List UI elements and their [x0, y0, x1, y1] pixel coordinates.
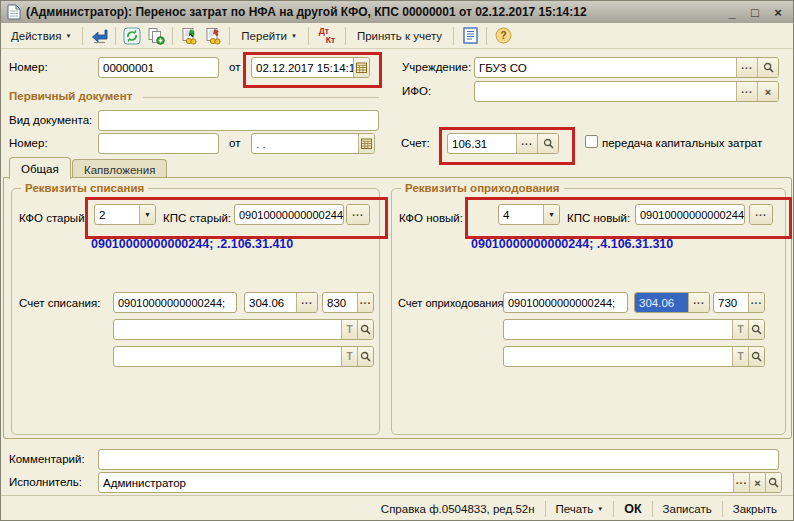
document-coins-red-icon[interactable]	[202, 26, 224, 46]
primary-date-field[interactable]: . .	[251, 133, 375, 154]
save-post-icon[interactable]	[88, 26, 110, 46]
goto-menu-button[interactable]: Перейти ▼	[235, 28, 303, 44]
toolbar-separator	[345, 27, 346, 45]
writeoff-kps-field[interactable]: 09010000000000244;	[113, 292, 237, 313]
choose-button[interactable]: ...	[736, 58, 757, 77]
bottom-button-bar: Справка ф.0504833, ред.52н Печать ▼ ОК З…	[1, 495, 793, 521]
kps-old-choose-button[interactable]: ...	[346, 204, 370, 225]
tab-kapvlozheniya[interactable]: Капвложения	[72, 159, 167, 179]
minimize-button[interactable]: _	[723, 5, 741, 20]
toolbar-separator	[115, 27, 116, 45]
number-field[interactable]: 00000001	[98, 57, 219, 78]
receipt-group-title: Реквизиты оприходования	[401, 182, 564, 194]
ellipsis-icon: ...	[347, 205, 369, 224]
primary-number-field[interactable]	[98, 133, 219, 154]
choose-button[interactable]: ...	[748, 293, 764, 312]
choose-button[interactable]: ...	[357, 293, 373, 312]
save-button[interactable]: Записать	[653, 503, 722, 515]
clear-button[interactable]: ×	[757, 82, 778, 101]
print-help-form-button[interactable]: Справка ф.0504833, ред.52н	[371, 503, 545, 515]
print-help-form-label: Справка ф.0504833, ред.52н	[381, 503, 535, 515]
account-label: Счет:	[401, 137, 430, 149]
toolbar-separator	[453, 27, 454, 45]
kps-new-field[interactable]: 09010000000000244;	[635, 204, 745, 225]
magnifier-icon[interactable]	[748, 320, 764, 339]
choose-button[interactable]: ...	[736, 82, 757, 101]
kfo-old-dropdown[interactable]: 2 ▼	[94, 204, 156, 225]
copy-document-icon[interactable]	[145, 26, 167, 46]
save-label: Записать	[663, 503, 712, 515]
receipt-kps-value: 09010000000000244;	[504, 293, 627, 312]
title-bar[interactable]: (Администратор): Перенос затрат по НФА н…	[1, 1, 793, 23]
t-icon: Т	[346, 351, 352, 362]
receipt-analytics-field-2[interactable]: Т	[503, 346, 765, 367]
kps-new-choose-button[interactable]: ...	[749, 204, 773, 225]
executor-label: Исполнитель:	[9, 476, 82, 488]
receipt-analytics-field-1[interactable]: Т	[503, 319, 765, 340]
executor-value: Администратор	[99, 473, 733, 492]
type-button[interactable]: Т	[341, 320, 357, 339]
account-field[interactable]: 106.31 ...	[447, 133, 559, 154]
doc-kind-label: Вид документа:	[9, 114, 92, 126]
help-icon[interactable]: ?	[492, 26, 514, 46]
close-form-button[interactable]: Закрыть	[723, 503, 787, 515]
tab-obshchaya[interactable]: Общая	[9, 157, 71, 179]
executor-field[interactable]: Администратор ... ×	[98, 472, 782, 493]
maximize-button[interactable]: □	[746, 5, 764, 20]
receipt-kosgu-field[interactable]: 730 ...	[713, 292, 765, 313]
doc-kind-field[interactable]	[98, 110, 379, 131]
kfo-new-dropdown[interactable]: 4 ▼	[498, 204, 560, 225]
writeoff-kosgu-field[interactable]: 830 ...	[322, 292, 374, 313]
institution-field[interactable]: ГБУЗ СО ...	[474, 57, 779, 78]
capital-transfer-checkbox[interactable]	[585, 135, 598, 148]
type-button[interactable]: Т	[341, 347, 357, 366]
print-menu-button[interactable]: Печать ▼	[546, 503, 614, 515]
magnifier-icon[interactable]	[537, 134, 558, 153]
magnifier-icon[interactable]	[357, 320, 373, 339]
clear-button[interactable]: ×	[749, 473, 765, 492]
chevron-down-icon[interactable]: ▼	[543, 205, 559, 224]
refresh-icon[interactable]	[121, 26, 143, 46]
primary-date-prefix-label: от	[229, 137, 240, 149]
choose-button[interactable]: ...	[733, 473, 749, 492]
close-button[interactable]: ×	[769, 5, 787, 20]
t-icon: Т	[737, 324, 743, 335]
writeoff-analytics-field-1[interactable]: Т	[113, 319, 374, 340]
magnifier-icon[interactable]	[757, 58, 778, 77]
calendar-icon[interactable]	[358, 134, 374, 153]
choose-button[interactable]: ...	[296, 293, 317, 312]
chevron-down-icon[interactable]: ▼	[139, 205, 155, 224]
clear-icon: ×	[754, 477, 760, 489]
choose-button[interactable]: ...	[516, 134, 537, 153]
calendar-icon[interactable]	[353, 58, 369, 77]
accept-to-accounting-label: Принять к учету	[357, 30, 442, 42]
magnifier-icon[interactable]	[357, 347, 373, 366]
writeoff-analytics-field-2[interactable]: Т	[113, 346, 374, 367]
ok-button[interactable]: ОК	[614, 502, 651, 516]
actions-menu-button[interactable]: Действия ▼	[5, 28, 77, 44]
magnifier-icon[interactable]	[765, 473, 781, 492]
account-value: 106.31	[448, 134, 516, 153]
magnifier-icon[interactable]	[748, 347, 764, 366]
journal-icon[interactable]	[459, 26, 481, 46]
chevron-down-icon: ▼	[291, 33, 297, 39]
kps-old-field[interactable]: 09010000000000244;	[234, 204, 344, 225]
ellipsis-icon: ...	[750, 205, 772, 224]
comment-label: Комментарий:	[9, 453, 85, 465]
receipt-code-field[interactable]: 304.06 ...	[634, 292, 710, 313]
type-button[interactable]: Т	[732, 347, 748, 366]
choose-button[interactable]: ...	[688, 293, 709, 312]
ellipsis-icon: ...	[521, 136, 532, 147]
ifo-field[interactable]: ... ×	[474, 81, 779, 102]
document-coins-green-icon[interactable]	[178, 26, 200, 46]
comment-field[interactable]	[98, 449, 779, 470]
document-date-field[interactable]: 02.12.2017 15:14:12	[251, 57, 370, 78]
writeoff-code-field[interactable]: 304.06 ...	[244, 292, 318, 313]
accept-to-accounting-button[interactable]: Принять к учету	[351, 28, 448, 44]
dt-kt-icon[interactable]: ДтКт	[314, 26, 340, 46]
analytics-value	[504, 320, 732, 339]
comment-value	[99, 450, 778, 469]
type-button[interactable]: Т	[732, 320, 748, 339]
capital-transfer-label: передача капитальных затрат	[602, 137, 762, 149]
receipt-kps-field[interactable]: 09010000000000244;	[503, 292, 628, 313]
